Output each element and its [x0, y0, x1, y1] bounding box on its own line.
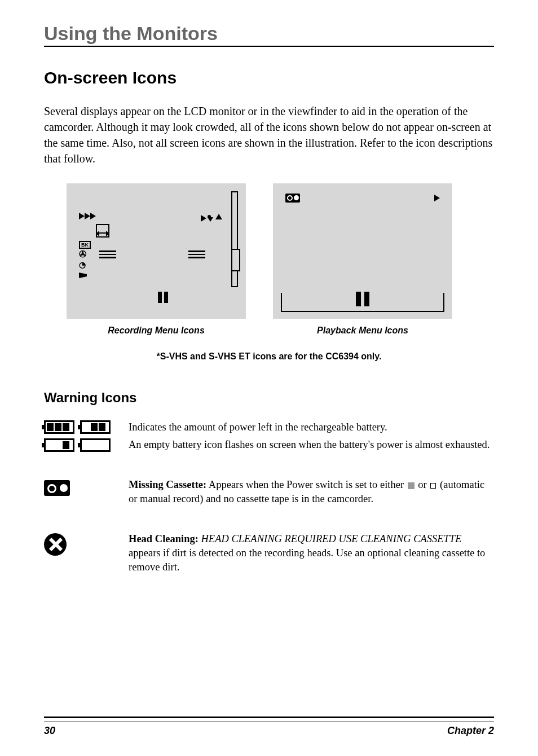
play-person-icon: [201, 214, 215, 224]
footer-rule: [44, 717, 494, 722]
recording-screen: BK ✇ ◔: [67, 183, 246, 319]
battery-one-third-icon: [44, 438, 74, 452]
chapter-label: Chapter 2: [447, 725, 494, 737]
caption-recording: Recording Menu Icons: [67, 326, 246, 336]
double-arrow-box-icon: [96, 224, 109, 238]
battery-full-icon: [44, 420, 74, 434]
head-cleaning-text: Head Cleaning: HEAD CLEANING REQUIRED US…: [129, 532, 494, 574]
heading-warning-icons: Warning Icons: [44, 390, 494, 406]
battery-text-2: An empty battery icon flashes on screen …: [129, 438, 494, 452]
timer-icon: ◔: [79, 260, 86, 269]
battery-empty-icon: [80, 438, 111, 452]
playback-screen: [273, 183, 452, 319]
battery-two-thirds-icon: [80, 420, 111, 434]
heading-on-screen-icons: On-screen Icons: [44, 68, 494, 87]
warning-missing-cassette: Missing Cassette: Appears when the Power…: [44, 478, 494, 509]
square-outline-icon: [430, 483, 436, 489]
cassette-icon: [44, 480, 70, 496]
pause-icon: [157, 292, 169, 305]
svhs-note: *S-VHS and S-VHS ET icons are for the CC…: [44, 351, 494, 362]
battery-level-icons: [44, 420, 117, 452]
flag-icon: [79, 270, 87, 280]
zoom-bar-icon: [231, 191, 238, 287]
square-filled-icon: [408, 482, 414, 489]
error-x-icon: [44, 533, 67, 556]
warning-head-cleaning: Head Cleaning: HEAD CLEANING REQUIRED US…: [44, 532, 494, 578]
section-title: Using the Monitors: [44, 23, 494, 47]
bk-icon: BK: [79, 239, 91, 249]
warning-battery: Indicates the amount of power left in th…: [44, 420, 494, 455]
pause-large-icon: [354, 292, 371, 309]
wind-icon: ✇: [79, 249, 86, 260]
screen-illustrations: BK ✇ ◔: [67, 183, 494, 319]
fast-forward-icon: [79, 212, 96, 222]
caption-playback: Playback Menu Icons: [273, 326, 452, 336]
battery-text-1: Indicates the amount of power left in th…: [129, 420, 494, 434]
page-number: 30: [44, 725, 55, 737]
menu-lines-right-icon: [188, 249, 205, 260]
up-triangle-icon: [215, 212, 222, 222]
play-icon: [434, 194, 440, 204]
missing-cassette-text: Missing Cassette: Appears when the Power…: [129, 478, 494, 506]
intro-paragraph: Several displays appear on the LCD monit…: [44, 103, 494, 166]
cassette-small-icon: [285, 194, 300, 205]
menu-lines-left-icon: [99, 249, 116, 260]
